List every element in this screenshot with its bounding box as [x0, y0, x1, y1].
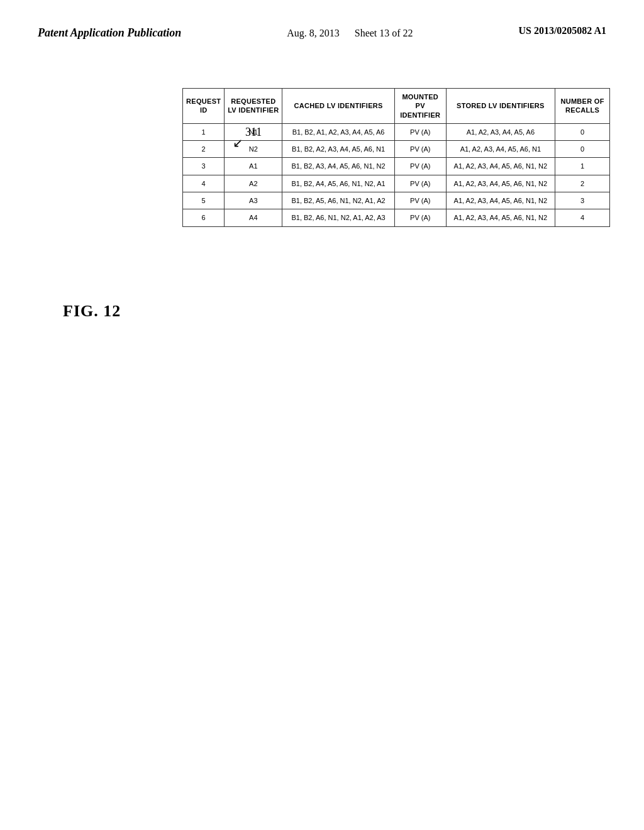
cell-number_recalls-1: 0 [555, 141, 610, 158]
cell-cached_lv-1: B1, B2, A2, A3, A4, A5, A6, N1 [282, 141, 395, 158]
col-header-mounted-pv: MOUNTED PVIDENTIFIER [394, 89, 446, 124]
table-row: 2N2B1, B2, A2, A3, A4, A5, A6, N1PV (A)A… [183, 141, 610, 158]
cell-requested_lv-3: A2 [225, 175, 282, 192]
page-header: Patent Application Publication Aug. 8, 2… [0, 0, 644, 54]
cell-number_recalls-4: 3 [555, 192, 610, 209]
patent-number: US 2013/0205082 A1 [518, 25, 606, 36]
publication-title: Patent Application Publication [38, 25, 181, 41]
col-header-request-id: REQUESTID [183, 89, 225, 124]
cell-requested_lv-0: N1 [225, 123, 282, 140]
data-table-container: REQUESTID REQUESTEDLV IDENTIFIER CACHED … [182, 88, 610, 227]
table-row: 3A1B1, B2, A3, A4, A5, A6, N1, N2PV (A)A… [183, 158, 610, 175]
cell-number_recalls-2: 1 [555, 158, 610, 175]
cell-number_recalls-0: 0 [555, 123, 610, 140]
cell-stored_lv-0: A1, A2, A3, A4, A5, A6 [446, 123, 555, 140]
figure-label: FIG. 12 [63, 302, 121, 321]
cell-number_recalls-3: 2 [555, 175, 610, 192]
cell-request_id-0: 1 [183, 123, 225, 140]
header-date-sheet: Aug. 8, 2013 Sheet 13 of 22 [287, 25, 413, 42]
table-header-row: REQUESTID REQUESTEDLV IDENTIFIER CACHED … [183, 89, 610, 124]
cell-requested_lv-2: A1 [225, 158, 282, 175]
col-header-number-recalls: NUMBER OFRECALLS [555, 89, 610, 124]
cell-stored_lv-3: A1, A2, A3, A4, A5, A6, N1, N2 [446, 175, 555, 192]
sheet-info: Sheet 13 of 22 [355, 28, 413, 38]
data-table: REQUESTID REQUESTEDLV IDENTIFIER CACHED … [182, 88, 610, 227]
cell-mounted_pv-0: PV (A) [394, 123, 446, 140]
publication-date: Aug. 8, 2013 [287, 28, 340, 38]
cell-mounted_pv-1: PV (A) [394, 141, 446, 158]
table-row: 6A4B1, B2, A6, N1, N2, A1, A2, A3PV (A)A… [183, 209, 610, 226]
cell-stored_lv-5: A1, A2, A3, A4, A5, A6, N1, N2 [446, 209, 555, 226]
col-header-cached-lv: CACHED LV IDENTIFIERS [282, 89, 395, 124]
cell-cached_lv-2: B1, B2, A3, A4, A5, A6, N1, N2 [282, 158, 395, 175]
cell-request_id-1: 2 [183, 141, 225, 158]
cell-mounted_pv-3: PV (A) [394, 175, 446, 192]
cell-request_id-3: 4 [183, 175, 225, 192]
cell-mounted_pv-2: PV (A) [394, 158, 446, 175]
cell-number_recalls-5: 4 [555, 209, 610, 226]
cell-stored_lv-4: A1, A2, A3, A4, A5, A6, N1, N2 [446, 192, 555, 209]
cell-request_id-2: 3 [183, 158, 225, 175]
table-row: 4A2B1, B2, A4, A5, A6, N1, N2, A1PV (A)A… [183, 175, 610, 192]
cell-mounted_pv-5: PV (A) [394, 209, 446, 226]
cell-requested_lv-5: A4 [225, 209, 282, 226]
cell-request_id-4: 5 [183, 192, 225, 209]
cell-mounted_pv-4: PV (A) [394, 192, 446, 209]
table-row: 1N1B1, B2, A1, A2, A3, A4, A5, A6PV (A)A… [183, 123, 610, 140]
cell-stored_lv-1: A1, A2, A3, A4, A5, A6, N1 [446, 141, 555, 158]
table-row: 5A3B1, B2, A5, A6, N1, N2, A1, A2PV (A)A… [183, 192, 610, 209]
cell-requested_lv-1: N2 [225, 141, 282, 158]
cell-requested_lv-4: A3 [225, 192, 282, 209]
cell-cached_lv-3: B1, B2, A4, A5, A6, N1, N2, A1 [282, 175, 395, 192]
cell-stored_lv-2: A1, A2, A3, A4, A5, A6, N1, N2 [446, 158, 555, 175]
cell-request_id-5: 6 [183, 209, 225, 226]
col-header-stored-lv: STORED LV IDENTIFIERS [446, 89, 555, 124]
cell-cached_lv-5: B1, B2, A6, N1, N2, A1, A2, A3 [282, 209, 395, 226]
cell-cached_lv-4: B1, B2, A5, A6, N1, N2, A1, A2 [282, 192, 395, 209]
cell-cached_lv-0: B1, B2, A1, A2, A3, A4, A5, A6 [282, 123, 395, 140]
col-header-requested-lv: REQUESTEDLV IDENTIFIER [225, 89, 282, 124]
